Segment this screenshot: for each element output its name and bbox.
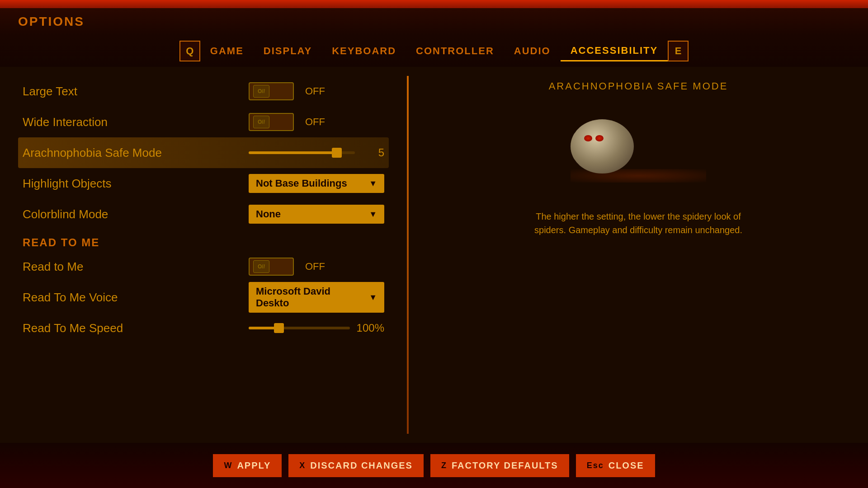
toggle-indicator-2: O//: [253, 116, 269, 128]
tab-keyboard[interactable]: KEYBOARD: [322, 42, 406, 61]
discard-label: DISCARD CHANGES: [310, 460, 413, 471]
highlight-objects-arrow: ▼: [369, 179, 377, 188]
colorblind-mode-arrow: ▼: [369, 210, 377, 219]
bottom-bar: W APPLY X DISCARD CHANGES Z FACTORY DEFA…: [0, 443, 868, 488]
read-to-me-speed-row: Read To Me Speed 100%: [18, 313, 389, 343]
tab-accessibility[interactable]: ACCESSIBILITY: [561, 41, 668, 61]
read-to-me-control: O// OFF: [249, 258, 384, 276]
read-to-me-speed-slider-container: 100%: [249, 322, 384, 334]
read-to-me-voice-control: Microsoft David Deskto ▼: [249, 282, 384, 313]
apply-button[interactable]: W APPLY: [213, 454, 282, 477]
read-to-me-speed-value: 100%: [357, 322, 384, 334]
large-text-control: O// OFF: [249, 82, 384, 100]
tab-controller[interactable]: CONTROLLER: [406, 42, 504, 61]
large-text-value: OFF: [305, 85, 325, 97]
toggle-indicator: O//: [253, 85, 269, 98]
spider-eye-left: [584, 135, 592, 141]
read-to-me-voice-dropdown[interactable]: Microsoft David Deskto ▼: [249, 282, 384, 313]
read-to-me-value: OFF: [305, 261, 325, 272]
arachnophobia-mode-title: ARACHNOPHOBIA SAFE MODE: [549, 80, 728, 92]
arachnophobia-thumb[interactable]: [332, 148, 342, 158]
apply-label: APPLY: [237, 460, 271, 471]
wide-interaction-row: Wide Interaction O// OFF: [18, 107, 389, 137]
close-key: Esc: [587, 461, 604, 470]
read-to-me-label: Read to Me: [23, 260, 249, 274]
discard-button[interactable]: X DISCARD CHANGES: [288, 454, 424, 477]
read-to-me-section: READ TO ME: [18, 230, 389, 251]
read-to-me-speed-label: Read To Me Speed: [23, 321, 249, 335]
factory-label: FACTORY DEFAULTS: [452, 460, 558, 471]
highlight-objects-label: Highlight Objects: [23, 177, 249, 191]
tab-game[interactable]: GAME: [200, 42, 254, 61]
arachnophobia-label: Arachnophobia Safe Mode: [23, 146, 249, 160]
highlight-objects-value: Not Base Buildings: [256, 178, 347, 189]
arachnophobia-slider-container: 5: [249, 146, 384, 159]
arachnophobia-fill: [249, 151, 337, 154]
read-to-me-voice-value: Microsoft David Deskto: [256, 286, 364, 309]
colorblind-mode-label: Colorblind Mode: [23, 207, 249, 221]
spider-preview: [580, 106, 697, 196]
main-content: Large Text O// OFF Wide Interaction O// …: [0, 67, 868, 443]
spider-body: [571, 119, 634, 174]
large-text-label: Large Text: [23, 84, 249, 99]
large-text-toggle[interactable]: O//: [249, 82, 294, 100]
highlight-objects-dropdown[interactable]: Not Base Buildings ▼: [249, 174, 384, 193]
nav-left-key[interactable]: Q: [179, 41, 200, 61]
arachnophobia-control: 5: [249, 146, 384, 159]
wide-interaction-control: O// OFF: [249, 113, 384, 131]
read-to-me-voice-label: Read To Me Voice: [23, 291, 249, 305]
colorblind-mode-control: None ▼: [249, 205, 384, 224]
read-to-me-row: Read to Me O// OFF: [18, 251, 389, 282]
left-panel: Large Text O// OFF Wide Interaction O// …: [0, 67, 407, 443]
read-to-me-speed-slider[interactable]: [249, 327, 350, 329]
read-to-me-speed-thumb[interactable]: [274, 323, 284, 333]
wide-interaction-value: OFF: [305, 116, 325, 128]
nav-right-key[interactable]: E: [668, 41, 689, 61]
highlight-objects-control: Not Base Buildings ▼: [249, 174, 384, 193]
close-label: CLOSE: [609, 460, 644, 471]
page-title: OPTIONS: [18, 14, 85, 29]
arachnophobia-slider[interactable]: [249, 151, 355, 154]
arachnophobia-description: The higher the setting, the lower the sp…: [525, 210, 751, 237]
spider-eye-right: [595, 135, 604, 141]
right-panel: ARACHNOPHOBIA SAFE MODE The higher the s…: [409, 67, 868, 443]
factory-defaults-button[interactable]: Z FACTORY DEFAULTS: [430, 454, 569, 477]
tab-display[interactable]: DISPLAY: [254, 42, 322, 61]
toggle-indicator-3: O//: [253, 260, 269, 273]
spider-blob: [571, 119, 706, 183]
factory-key: Z: [441, 461, 447, 470]
wide-interaction-toggle[interactable]: O//: [249, 113, 294, 131]
top-bar: [0, 0, 868, 8]
colorblind-mode-dropdown[interactable]: None ▼: [249, 205, 384, 224]
arachnophobia-row: Arachnophobia Safe Mode 5: [18, 137, 389, 168]
large-text-row: Large Text O// OFF: [18, 76, 389, 107]
wide-interaction-label: Wide Interaction: [23, 115, 249, 129]
colorblind-mode-value: None: [256, 208, 281, 220]
arachnophobia-value: 5: [362, 146, 384, 159]
close-button[interactable]: Esc CLOSE: [576, 454, 655, 477]
highlight-objects-row: Highlight Objects Not Base Buildings ▼: [18, 168, 389, 199]
read-to-me-voice-row: Read To Me Voice Microsoft David Deskto …: [18, 282, 389, 313]
read-to-me-voice-arrow: ▼: [369, 293, 377, 302]
header: OPTIONS: [0, 8, 868, 35]
nav-tabs: Q GAME DISPLAY KEYBOARD CONTROLLER AUDIO…: [0, 35, 868, 67]
tab-audio[interactable]: AUDIO: [504, 42, 561, 61]
read-to-me-toggle[interactable]: O//: [249, 258, 294, 276]
read-to-me-speed-control: 100%: [249, 322, 384, 334]
discard-key: X: [299, 461, 306, 470]
colorblind-mode-row: Colorblind Mode None ▼: [18, 199, 389, 230]
apply-key: W: [224, 461, 232, 470]
